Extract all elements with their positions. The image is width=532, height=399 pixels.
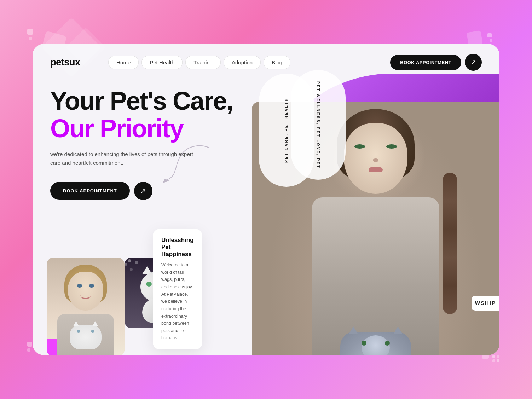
book-appointment-nav-button[interactable]: BOOK APPOINTMENT [390, 55, 461, 70]
edge-text-card: WSHIP [472, 296, 499, 311]
navbar: petsux Home Pet Health Training Adoption… [33, 44, 499, 81]
nav-pet-health[interactable]: Pet Health [141, 56, 183, 69]
nav-arrow-button[interactable]: ↗ [465, 54, 482, 71]
info-card-text: Welcome to a world of tail wags, purrs, … [161, 261, 194, 342]
nav-blog[interactable]: Blog [264, 56, 290, 69]
pill-right-text: PET WELLNESS, PET LOVE, PET [316, 81, 321, 169]
nav-training[interactable]: Training [185, 56, 221, 69]
hero-text-block: Your Pet's Care, Our Priority we're dedi… [50, 88, 248, 200]
nav-adoption[interactable]: Adoption [224, 56, 261, 69]
nav-home[interactable]: Home [108, 56, 139, 69]
pill-text-right: PET WELLNESS, PET LOVE, PET [291, 70, 346, 180]
info-happiness-card: Unleashing Pet Happiness Welcome to a wo… [153, 229, 202, 349]
deco-dots-bl [27, 342, 32, 352]
hero-section: Your Pet's Care, Our Priority we're dedi… [33, 81, 499, 355]
bottom-images-area: Unleashing Pet Happiness Welcome to a wo… [47, 258, 125, 355]
person-face [344, 123, 407, 194]
book-appointment-hero-button[interactable]: BOOK APPOINTMENT [50, 182, 130, 200]
person-body [312, 197, 439, 355]
nav-right: BOOK APPOINTMENT ↗ [390, 54, 482, 71]
nav-links: Home Pet Health Training Adoption Blog [108, 56, 390, 69]
outer-wrapper: petsux Home Pet Health Training Adoption… [22, 26, 510, 373]
main-card: petsux Home Pet Health Training Adoption… [33, 44, 499, 355]
person-braid [443, 173, 457, 314]
arrow-icon-hero: ↗ [140, 187, 146, 195]
info-card-title: Unleashing Pet Happiness [161, 237, 194, 258]
deco-dots-br [492, 355, 499, 362]
deco-dots-tr [487, 33, 492, 42]
hero-subtitle: we're dedicated to enhancing the lives o… [50, 150, 199, 168]
held-cat [340, 332, 411, 355]
pill-left-text: PET CARE, PET HEALTH [284, 98, 289, 163]
logo: petsux [50, 57, 80, 68]
hero-cta-group: BOOK APPOINTMENT ↗ [50, 182, 248, 200]
hero-arrow-button[interactable]: ↗ [134, 182, 152, 200]
hero-right-area: PET CARE, PET HEALTH PET WELLNESS, PET L… [231, 45, 499, 355]
hero-title-line1: Your Pet's Care, [50, 88, 248, 115]
hero-title-line2: Our Priority [50, 115, 248, 143]
girl-inner [47, 258, 125, 355]
girl-with-cat-card [47, 258, 125, 355]
arrow-icon: ↗ [471, 58, 476, 66]
deco-dots-tl [27, 29, 33, 40]
edge-text: WSHIP [475, 300, 496, 306]
